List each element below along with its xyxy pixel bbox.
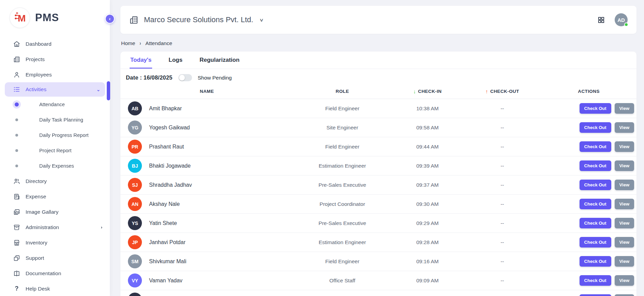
view-button[interactable]: View <box>615 122 634 133</box>
check-out-time: -- <box>464 220 541 226</box>
sidebar-item-help-desk[interactable]: ? Help Desk <box>0 281 110 296</box>
sidebar-subitem-label: Daily Task Planning <box>39 117 83 123</box>
chevron-down-icon: ∨ <box>259 17 264 23</box>
breadcrumb-home[interactable]: Home <box>121 40 135 46</box>
view-button[interactable]: View <box>615 218 634 228</box>
sidebar-item-label: Inventory <box>26 240 47 246</box>
online-status-dot <box>624 23 628 27</box>
view-button[interactable]: View <box>615 237 634 248</box>
check-in-time: 10:38 AM <box>391 105 464 112</box>
check-in-time: 09:16 AM <box>391 258 464 265</box>
sidebar-item-inventory[interactable]: Inventory <box>0 235 110 250</box>
check-in-time: 09:44 AM <box>391 144 464 150</box>
sidebar-item-projects[interactable]: Projects <box>0 52 110 67</box>
sidebar-collapse-button[interactable]: ‹ <box>105 14 115 24</box>
column-header-check-out[interactable]: ↑ CHECK-OUT <box>464 88 541 94</box>
column-header-actions: ACTIONS <box>541 89 636 94</box>
check-out-button[interactable]: Check Out <box>580 160 611 171</box>
sidebar-subitem-daily-expenses[interactable]: Daily Expenses <box>0 158 110 173</box>
sidebar-item-activities[interactable]: Activities ⌄ <box>5 82 105 97</box>
check-out-time: -- <box>464 182 541 188</box>
tab-todays[interactable]: Today's <box>130 52 152 69</box>
sidebar-subitem-daily-progress-report[interactable]: Daily Progress Report <box>0 127 110 143</box>
active-dot-icon <box>13 102 20 107</box>
tab-logs[interactable]: Logs <box>168 52 183 69</box>
people-icon <box>13 178 20 185</box>
view-button[interactable]: View <box>615 275 634 286</box>
logo-m-icon: M <box>10 8 30 28</box>
check-out-button[interactable]: Check Out <box>580 180 611 190</box>
check-in-time: 09:09 AM <box>391 278 464 284</box>
employee-name: Amit Bhapkar <box>149 105 182 112</box>
sidebar-subitem-daily-task-planning[interactable]: Daily Task Planning <box>0 112 110 127</box>
employee-role: Project Coordinator <box>293 201 391 207</box>
view-button[interactable]: View <box>615 180 634 190</box>
check-out-button[interactable]: Check Out <box>580 218 611 228</box>
check-out-button[interactable]: Check Out <box>580 122 611 133</box>
company-selector[interactable]: Marco Secure Solutions Pvt. Ltd. ∨ <box>129 15 263 25</box>
app-logo: M PMS <box>0 0 110 33</box>
view-button[interactable]: View <box>615 160 634 171</box>
view-button[interactable]: View <box>615 141 634 152</box>
check-out-button[interactable]: Check Out <box>580 237 611 248</box>
check-out-button[interactable]: Check Out <box>580 275 611 286</box>
check-out-button[interactable]: Check Out <box>580 199 611 209</box>
sidebar-item-directory[interactable]: Directory <box>0 173 110 189</box>
check-out-button[interactable]: Check Out <box>580 103 611 114</box>
table-header-row: NAME ROLE ↓ CHECK-IN ↑ CHECK-OUT ACTIONS <box>120 84 636 99</box>
sidebar-item-documentation[interactable]: Documentation <box>0 266 110 281</box>
check-in-time: 09:37 AM <box>391 182 464 188</box>
column-header-name[interactable]: NAME <box>120 89 293 94</box>
overlapping-squares-icon <box>13 254 20 262</box>
attendance-card: Today's Logs Regularization Date : 16/08… <box>120 52 636 296</box>
check-out-time: -- <box>464 239 541 245</box>
receipt-icon <box>13 193 20 200</box>
sidebar-item-image-gallary[interactable]: Image Gallary <box>0 204 110 220</box>
app-name: PMS <box>35 12 59 24</box>
view-button[interactable]: View <box>615 103 634 114</box>
check-out-time: -- <box>464 105 541 112</box>
chevron-right-icon: › <box>101 225 102 230</box>
sidebar-subitem-attendance[interactable]: Attendance <box>0 97 110 112</box>
sidebar-item-expense[interactable]: Expense <box>0 189 110 204</box>
sidebar-item-employees[interactable]: Employees <box>0 67 110 82</box>
list-icon <box>13 86 20 93</box>
column-header-check-in[interactable]: ↓ CHECK-IN <box>391 88 464 94</box>
view-button[interactable]: View <box>615 256 634 267</box>
person-icon <box>13 71 20 79</box>
show-pending-toggle[interactable] <box>178 74 192 81</box>
sort-down-arrow-icon: ↓ <box>413 88 416 94</box>
user-avatar[interactable]: AD <box>615 13 628 26</box>
sidebar-item-label: Documentation <box>26 270 61 277</box>
top-header-bar: Marco Secure Solutions Pvt. Ltd. ∨ AD <box>120 6 636 34</box>
sidebar-item-label: Help Desk <box>26 286 50 292</box>
sidebar-item-label: Projects <box>26 56 45 62</box>
table-row: BJ Bhakti Jogawade Estimation Engineer 0… <box>120 156 636 175</box>
check-out-time: -- <box>464 144 541 150</box>
chevron-right-icon: › <box>140 40 141 46</box>
employee-role: Office Staff <box>293 278 391 284</box>
check-out-button[interactable]: Check Out <box>580 141 611 152</box>
employee-avatar: YS <box>128 216 142 230</box>
check-out-button[interactable]: Check Out <box>580 294 611 296</box>
tab-regularization[interactable]: Regularization <box>199 52 240 69</box>
column-header-role[interactable]: ROLE <box>293 89 391 94</box>
sidebar-item-label: Support <box>26 255 44 261</box>
sidebar-subitem-project-report[interactable]: Project Report <box>0 143 110 158</box>
sidebar-item-administration[interactable]: Administration › <box>0 220 110 235</box>
view-button[interactable]: View <box>615 294 634 296</box>
employee-avatar: AB <box>128 101 142 115</box>
sidebar-item-dashboard[interactable]: Dashboard <box>0 36 110 52</box>
employee-avatar: PR <box>128 140 142 154</box>
dot-icon <box>13 134 20 137</box>
sidebar-item-support[interactable]: Support <box>0 250 110 266</box>
sidebar-nav: Dashboard Projects Employees Activities … <box>0 36 110 296</box>
check-out-button[interactable]: Check Out <box>580 256 611 267</box>
attendance-table-body: AB Amit Bhapkar Field Engineer 10:38 AM … <box>120 99 636 296</box>
view-button[interactable]: View <box>615 199 634 209</box>
image-icon <box>13 208 20 216</box>
check-in-time: 09:28 AM <box>391 239 464 245</box>
apps-grid-icon[interactable] <box>597 16 605 24</box>
employee-name: Vaman Yadav <box>149 278 182 284</box>
table-row: SM Shivkumar Mali Field Engineer 09:16 A… <box>120 252 636 271</box>
